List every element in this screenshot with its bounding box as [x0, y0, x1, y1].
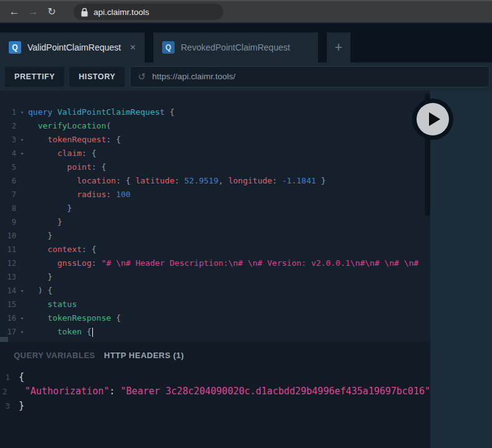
new-tab-button[interactable]: + — [327, 32, 350, 62]
code-text: query ValidPointClaimRequest { — [28, 105, 175, 119]
code-text: tokenRequest: { — [28, 133, 121, 147]
graphql-playground-window: ← → ↻ api.claimr.tools Q ValidPointClaim… — [0, 0, 492, 448]
response-pane — [430, 90, 492, 448]
line-number: 1 — [0, 105, 16, 119]
browser-chrome: ← → ↻ api.claimr.tools — [0, 0, 492, 22]
fold-arrow-icon[interactable]: ▾ — [16, 133, 28, 147]
execute-query-button[interactable] — [412, 99, 453, 140]
code-line: 8 } — [0, 202, 430, 215]
fold-gutter — [16, 243, 28, 256]
code-line: 16▾ tokenResponse { — [0, 311, 430, 325]
code-text: radius: 100 — [28, 188, 130, 202]
bottom-panel: QUERY VARIABLES HTTP HEADERS (1) 1{2 "Au… — [0, 342, 430, 448]
fold-gutter — [16, 215, 28, 229]
code-line: 5 point: { — [0, 160, 430, 174]
tab-revokedpointclaimrequest[interactable]: Q RevokedPointClaimRequest — [153, 32, 318, 62]
editor-horizontal-scrollbar[interactable] — [0, 337, 8, 342]
tab-label: ValidPointClaimRequest — [27, 42, 121, 52]
code-line: 11 context: { — [0, 243, 430, 256]
fold-arrow-icon[interactable]: ▾ — [16, 325, 28, 339]
endpoint-url-text: https://api.claimr.tools/ — [152, 72, 236, 81]
line-number: 8 — [0, 202, 16, 215]
fold-gutter — [16, 256, 28, 270]
code-line: 1▾query ValidPointClaimRequest { — [0, 105, 430, 119]
line-number: 11 — [0, 243, 16, 256]
history-button[interactable]: HISTORY — [69, 67, 125, 87]
code-text: ) { — [28, 284, 52, 298]
fold-arrow-icon[interactable]: ▾ — [16, 147, 28, 160]
tab-query-variables[interactable]: QUERY VARIABLES — [14, 351, 95, 360]
code-line: 3▾ tokenRequest: { — [0, 133, 430, 147]
code-text: "Authorization": "Bearer 3c28c204090020c… — [14, 384, 430, 399]
code-line: 9 } — [0, 215, 430, 229]
line-number: 6 — [0, 174, 16, 188]
line-number: 15 — [0, 298, 16, 311]
address-url: api.claimr.tools — [94, 7, 149, 17]
fold-gutter — [16, 229, 28, 243]
endpoint-reload-icon[interactable]: ↺ — [138, 71, 146, 82]
code-line: 10 } — [0, 229, 430, 243]
fold-gutter — [16, 160, 28, 174]
headers-editor-lines: 1{2 "Authorization": "Bearer 3c28c204090… — [0, 370, 430, 413]
endpoint-input[interactable]: ↺ https://api.claimr.tools/ — [130, 66, 490, 87]
line-number: 1 — [0, 370, 10, 384]
line-number: 14 — [0, 284, 16, 298]
code-text: gnssLog: "# \n# Header Description:\n# \… — [28, 256, 418, 270]
line-number: 2 — [0, 119, 16, 133]
code-line: 1{ — [0, 370, 430, 384]
play-icon — [417, 103, 449, 135]
browser-reload-icon[interactable]: ↻ — [42, 1, 61, 22]
code-text: location: { latitude: 52.9519, longitude… — [28, 174, 326, 188]
line-number: 4 — [0, 147, 16, 160]
line-number: 3 — [0, 399, 10, 413]
query-badge-icon: Q — [162, 41, 175, 54]
code-line: 13 } — [0, 270, 430, 284]
fold-gutter — [10, 370, 19, 384]
code-text: } — [28, 229, 52, 243]
line-number: 9 — [0, 215, 16, 229]
code-text: } — [19, 399, 24, 413]
fold-arrow-icon[interactable]: ▾ — [16, 284, 28, 298]
code-text: claim: { — [28, 147, 97, 160]
code-text: point: { — [28, 160, 106, 174]
line-number: 12 — [0, 256, 16, 270]
text-cursor — [92, 328, 94, 337]
line-number: 3 — [0, 133, 16, 147]
playground-toolbar: PRETTIFY HISTORY ↺ https://api.claimr.to… — [0, 62, 492, 90]
fold-arrow-icon[interactable]: ▾ — [16, 311, 28, 325]
address-bar[interactable]: api.claimr.tools — [74, 4, 223, 20]
lock-icon — [81, 7, 88, 17]
fold-arrow-icon[interactable]: ▾ — [16, 105, 28, 119]
close-tab-icon[interactable]: ✕ — [130, 43, 136, 52]
code-text: status — [28, 298, 77, 311]
code-line: 12 gnssLog: "# \n# Header Description:\n… — [0, 256, 430, 270]
code-text: } — [28, 202, 72, 215]
fold-gutter — [16, 174, 28, 188]
line-number: 7 — [0, 188, 16, 202]
tab-http-headers[interactable]: HTTP HEADERS (1) — [104, 351, 184, 360]
line-number: 10 — [0, 229, 16, 243]
query-badge-icon: Q — [9, 41, 21, 54]
query-editor[interactable]: 1▾query ValidPointClaimRequest {2 verify… — [0, 90, 430, 342]
playground-tab-bar: Q ValidPointClaimRequest ✕ Q RevokedPoin… — [0, 24, 492, 62]
fold-gutter — [16, 298, 28, 311]
code-text: verifyLocation( — [28, 119, 111, 133]
code-text: token { — [28, 325, 93, 339]
code-line: 3} — [0, 399, 430, 413]
browser-back-icon[interactable]: ← — [5, 1, 24, 22]
code-text: { — [19, 370, 24, 384]
code-text: tokenResponse { — [28, 311, 121, 325]
browser-forward-icon[interactable]: → — [24, 1, 42, 22]
tab-label: RevokedPointClaimRequest — [181, 42, 290, 52]
code-line: 14▾ ) { — [0, 284, 430, 298]
fold-gutter — [16, 119, 28, 133]
line-number: 16 — [0, 311, 16, 325]
fold-gutter — [16, 202, 28, 215]
tab-validpointclaimrequest[interactable]: Q ValidPointClaimRequest ✕ — [0, 32, 145, 62]
code-text: } — [28, 215, 62, 229]
prettify-button[interactable]: PRETTIFY — [5, 67, 64, 87]
bottom-panel-tabs: QUERY VARIABLES HTTP HEADERS (1) — [0, 342, 430, 360]
http-headers-editor[interactable]: 1{2 "Authorization": "Bearer 3c28c204090… — [0, 360, 430, 413]
code-line: 17▾ token { — [0, 325, 430, 339]
code-text: } — [28, 270, 52, 284]
